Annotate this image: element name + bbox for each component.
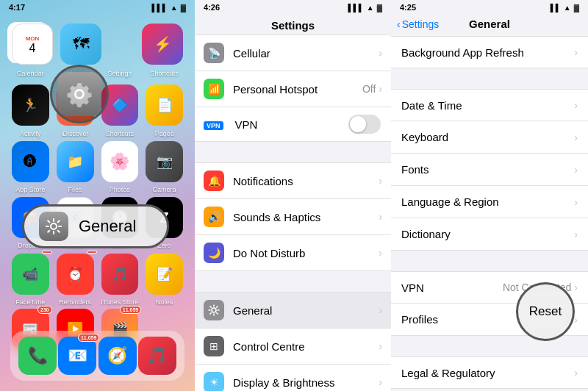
gap-2 bbox=[195, 271, 391, 292]
app-shortcuts[interactable]: ⚡ bbox=[142, 24, 183, 65]
svg-point-1 bbox=[212, 308, 216, 312]
signal-icon-3: ▌▌ bbox=[551, 4, 561, 12]
back-button[interactable]: ‹ Settings bbox=[397, 18, 439, 30]
hotspot-chevron: › bbox=[379, 83, 382, 95]
label-shortcuts2: Shortcuts bbox=[101, 130, 139, 137]
general-section-2: Date & Time › Keyboard › Fonts › Languag… bbox=[391, 89, 588, 251]
settings-row-donotdisturb[interactable]: 🌙 Do Not Disturb › bbox=[195, 235, 391, 271]
label-facetime: FaceTime bbox=[12, 298, 49, 306]
app-settings-placeholder bbox=[109, 24, 135, 65]
fonts-chevron: › bbox=[574, 164, 578, 176]
dock-safari[interactable]: 🧭 bbox=[98, 337, 137, 375]
app-maps[interactable]: 🗺 bbox=[60, 24, 101, 65]
app-appstore[interactable]: 🅐 bbox=[12, 141, 49, 182]
vpn-toggle[interactable] bbox=[348, 115, 381, 134]
settings-row-cellular[interactable]: 📡 Cellular › bbox=[195, 35, 391, 71]
settings-row-control[interactable]: ⊞ Control Centre › bbox=[195, 329, 391, 365]
general-row-language[interactable]: Language & Region › bbox=[391, 186, 588, 218]
battery-icon-2: ▓ bbox=[377, 4, 382, 12]
donotdisturb-label: Do Not Disturb bbox=[233, 247, 379, 259]
general-vpn-chevron: › bbox=[574, 281, 578, 293]
label-settings: Settings bbox=[101, 70, 139, 77]
general-nav-bar: ‹ Settings General bbox=[391, 15, 588, 36]
app-reminders[interactable]: ⏰ bbox=[57, 254, 94, 295]
general-page-title: General bbox=[469, 18, 510, 30]
app-calendar[interactable]: MON 4 bbox=[12, 24, 53, 65]
signal-icon: ▌▌▌ bbox=[152, 4, 168, 12]
app-photos[interactable]: 🌸 bbox=[101, 141, 139, 182]
datetime-label: Date & Time bbox=[401, 99, 574, 112]
home-status-bar: 4:17 ▌▌▌ ▲ ▓ bbox=[0, 0, 195, 15]
app-activity[interactable]: 🏃 bbox=[12, 85, 49, 126]
general-status-icons: ▌▌ ▲ ▓ bbox=[551, 4, 579, 12]
back-label: Settings bbox=[402, 18, 440, 30]
label-reminders: Reminders bbox=[57, 298, 94, 306]
photovideo-badge: 11,059 bbox=[120, 306, 141, 314]
wifi-icon-3: ▲ bbox=[564, 4, 571, 12]
general-row-bg-refresh[interactable]: Background App Refresh › bbox=[391, 36, 588, 68]
settings-title: Settings bbox=[195, 15, 391, 35]
settings-status-bar: 4:26 ▌▌▌ ▲ ▓ bbox=[195, 0, 391, 15]
dock-phone[interactable]: 📞 bbox=[18, 337, 57, 375]
general-row-datetime[interactable]: Date & Time › bbox=[391, 89, 588, 121]
general-icon-row bbox=[204, 300, 224, 320]
settings-row-hotspot[interactable]: 📶 Personal Hotspot Off › bbox=[195, 71, 391, 107]
settings-section-network: 📡 Cellular › 📶 Personal Hotspot Off › VP… bbox=[195, 35, 391, 142]
label-photos: Photos bbox=[101, 186, 139, 193]
app-notes2[interactable]: 📝 bbox=[146, 254, 183, 295]
back-chevron: ‹ bbox=[397, 18, 401, 30]
dock-music[interactable]: 🎵 bbox=[138, 337, 176, 375]
general-chevron: › bbox=[379, 304, 382, 316]
settings-icon-large[interactable] bbox=[57, 72, 101, 116]
general-row-dictionary[interactable]: Dictionary › bbox=[391, 218, 588, 251]
hotspot-value: Off bbox=[362, 83, 376, 95]
general-row-fonts[interactable]: Fonts › bbox=[391, 154, 588, 186]
general-icon bbox=[39, 212, 68, 241]
reminders-badge bbox=[87, 251, 97, 254]
general-row-keyboard[interactable]: Keyboard › bbox=[391, 121, 588, 154]
keyboard-label: Keyboard bbox=[401, 131, 574, 143]
general-row-label: General bbox=[233, 304, 379, 317]
settings-row-display[interactable]: ☀ Display & Brightness › bbox=[195, 365, 391, 391]
hotspot-label: Personal Hotspot bbox=[233, 83, 362, 96]
settings-row-vpn[interactable]: VPN VPN bbox=[195, 107, 391, 142]
settings-time: 4:26 bbox=[204, 3, 220, 12]
settings-status-icons: ▌▌▌ ▲ ▓ bbox=[348, 4, 382, 12]
vpn-label: VPN bbox=[235, 118, 348, 131]
vpn-badge-container: VPN bbox=[204, 118, 229, 131]
settings-row-notifications[interactable]: 🔔 Notifications › bbox=[195, 162, 391, 199]
dock: 📞 📧 11,059 🧭 🎵 bbox=[10, 331, 184, 381]
label-pages: Pages bbox=[146, 130, 183, 137]
language-chevron: › bbox=[574, 196, 578, 208]
dock-mail[interactable]: 📧 11,059 bbox=[58, 337, 96, 375]
display-chevron: › bbox=[379, 376, 382, 388]
datetime-chevron: › bbox=[574, 99, 578, 111]
cellular-chevron: › bbox=[379, 47, 382, 59]
general-gap-2 bbox=[391, 251, 588, 271]
app-files[interactable]: 📁 bbox=[57, 141, 94, 182]
general-gap-1 bbox=[391, 68, 588, 89]
app-facetime[interactable]: 📹 bbox=[12, 254, 49, 295]
signal-icon-2: ▌▌▌ bbox=[348, 4, 364, 12]
dictionary-chevron: › bbox=[574, 229, 578, 240]
label-notes2: Notes bbox=[146, 298, 183, 306]
donotdisturb-chevron: › bbox=[379, 247, 382, 259]
app-itunes[interactable]: 🎵 bbox=[101, 254, 139, 295]
battery-icon: ▓ bbox=[181, 4, 186, 12]
battery-icon-3: ▓ bbox=[574, 4, 579, 12]
settings-row-sounds[interactable]: 🔊 Sounds & Haptics › bbox=[195, 199, 391, 235]
notifications-label: Notifications bbox=[233, 175, 379, 187]
settings-highlight-circle bbox=[50, 65, 109, 123]
reset-highlight-circle: Reset bbox=[516, 282, 575, 341]
label-activity: Activity bbox=[12, 130, 49, 137]
hotspot-icon: 📶 bbox=[204, 79, 224, 99]
vpn-toggle-knob bbox=[350, 116, 366, 132]
fonts-label: Fonts bbox=[401, 163, 574, 176]
home-screen-panel: 4:17 ▌▌▌ ▲ ▓ Mon 4 MON 4 🗺 bbox=[0, 0, 195, 391]
legal-label: Legal & Regulatory bbox=[401, 367, 574, 379]
app-camera[interactable]: 📷 bbox=[146, 141, 183, 182]
app-pages[interactable]: 📄 bbox=[146, 85, 183, 126]
control-label: Control Centre bbox=[233, 340, 379, 353]
settings-row-general[interactable]: General › bbox=[195, 292, 391, 329]
sounds-chevron: › bbox=[379, 211, 382, 223]
